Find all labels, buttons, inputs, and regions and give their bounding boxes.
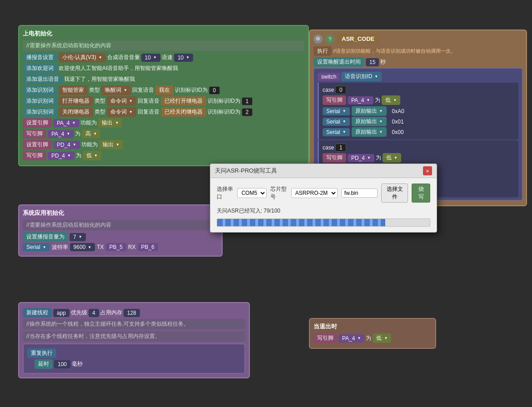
writepin2-level[interactable]: 低 [83, 151, 101, 160]
dialog-controls-row: 选择串口 COM5 芯片型号 ASRPRO-2M 选择文件 烧写 [217, 184, 430, 203]
thread-header-row: 新建线程 app 优先级 4 占用内存 128 [23, 308, 245, 318]
writepin2-label: 写引脚 [23, 151, 46, 160]
asr-header: ⚙ ? ASR_CODE [313, 34, 522, 44]
case1-writepin-level[interactable]: 低 [383, 153, 401, 163]
file-input[interactable] [341, 189, 378, 198]
case0-write-pin: 写引脚 PA_4 为 低 [323, 95, 515, 105]
case1-writepin-pin[interactable]: PD_4 [348, 154, 374, 162]
case0-serial2-output[interactable]: 原始输出 [352, 117, 387, 126]
case0-writepin-level[interactable]: 低 [382, 95, 400, 105]
case0-serial1-val: 0xA0 [388, 107, 408, 115]
switch-param[interactable]: 语音识别ID [341, 72, 382, 81]
chip-select[interactable]: ASRPRO-2M [291, 188, 338, 198]
volume-select[interactable]: 7 [70, 233, 86, 241]
thread-app: app [53, 309, 70, 317]
voice-select[interactable]: 小伦-认真(V3) [59, 53, 106, 62]
speed-val[interactable]: 10 [174, 54, 193, 62]
execute-row: 执行 //语音识别功能框，与语音识别成功时被自动调用一次。 [313, 46, 522, 56]
writepin1-level[interactable]: 高 [82, 129, 100, 139]
exit-writepin-pin[interactable]: PA_4 [338, 334, 364, 342]
gear-icon[interactable]: ⚙ [313, 35, 323, 44]
kw1-row: 添加识别词 打开继电器 类型 命令词 回复语音 已经打开继电器 识别标识ID为 … [23, 96, 304, 106]
burn-button[interactable]: 烧写 [412, 184, 430, 203]
setpin2-row: 设置引脚 PD_4 功能为 输出 [23, 140, 304, 149]
bye-label: 添加退出语音 [23, 74, 63, 84]
exit-writepin-label: 写引脚 [313, 333, 337, 343]
case0-serial3: Serial 原始输出 0x00 [323, 127, 515, 137]
power-init-title: 上电初始化 [23, 30, 304, 38]
exit-writepin-row: 写引脚 PA_4 为 低 [313, 333, 432, 343]
kw0-type[interactable]: 唤醒词 [101, 85, 131, 95]
setpin1-pin[interactable]: PA_4 [53, 119, 79, 127]
delay-val: 100 [54, 360, 70, 368]
serial-label[interactable]: Serial [23, 243, 50, 251]
setpin2-mode[interactable]: 输出 [99, 140, 123, 149]
question-icon[interactable]: ? [325, 35, 334, 44]
repeat-header: 重复执行 [27, 348, 241, 358]
case0-writepin-pin[interactable]: PA_4 [348, 96, 373, 104]
serial-config-row: Serial 波特率 9600 TX PB_5 RX PB_6 [23, 243, 218, 251]
audio-setting-label: 播报音设置 [23, 53, 57, 62]
dialog-body: 选择串口 COM5 芯片型号 ASRPRO-2M 选择文件 烧写 天问ASR已经… [210, 178, 437, 232]
setpin2-pin[interactable]: PD_4 [53, 141, 80, 149]
kw1-word: 打开继电器 [59, 96, 93, 106]
kw1-id: 1 [242, 97, 253, 105]
case0-block: case 0 写引脚 PA_4 为 低 Serial 原始输出 0xA0 Ser… [318, 83, 518, 139]
kw2-id: 2 [242, 108, 253, 116]
case0-serial2-label[interactable]: Serial [323, 118, 350, 126]
port-select[interactable]: COM5 [237, 188, 267, 198]
case0-serial3-label[interactable]: Serial [323, 128, 350, 136]
writepin1-row: 写引脚 PA_4 为 高 [23, 129, 304, 139]
kw0-id: 0 [209, 86, 220, 94]
exit-writepin-level[interactable]: 低 [373, 333, 391, 343]
thread-comment1: //操作系统的一个线程，独立主循环任务,可支持多个类似线程任务。 [23, 319, 245, 329]
kw1-label: 添加识别词 [23, 96, 57, 106]
tx-pin: PB_5 [106, 243, 126, 251]
delay-label: 延时 [35, 359, 53, 369]
app-init-group: 系统应用初始化 //需要操作系统启动后初始化的内容 设置播报音量为 7 Seri… [18, 204, 223, 257]
repeat-label: 重复执行 [27, 348, 56, 358]
kw1-type[interactable]: 命令词 [107, 96, 136, 106]
thread-comment2: //当存在多个线程任务时，注意优先级与占用内存设置。 [23, 331, 245, 342]
wake-timeout-val: 15 [366, 58, 379, 66]
progress-bar-container [217, 218, 430, 227]
case0-header: case 0 [323, 86, 515, 94]
power-init-comment: //需要操作系统启动前初始化的内容 [23, 40, 304, 51]
greet-label: 添加欢迎词 [23, 64, 57, 73]
case0-writepin-label: 写引脚 [323, 95, 346, 105]
switch-row: switch 语音识别ID [318, 72, 518, 81]
kw0-word: 智能管家 [59, 85, 88, 95]
kw2-label: 添加识别词 [23, 107, 57, 117]
case1-write-pin: 写引脚 PD_4 为 低 [323, 153, 515, 163]
kw0-label: 添加识别词 [23, 85, 57, 95]
power-init-group: 上电初始化 //需要操作系统启动前初始化的内容 播报音设置 小伦-认真(V3) … [18, 25, 309, 166]
case1-val: 1 [335, 144, 346, 152]
baud-select[interactable]: 9600 [70, 243, 95, 251]
kw2-type[interactable]: 命令词 [107, 107, 136, 117]
case0-serial1-label[interactable]: Serial [323, 107, 350, 115]
port-label: 选择串口 [217, 185, 234, 201]
burn-dialog: 天问ASR-PRO烧写工具 × 选择串口 COM5 芯片型号 ASRPRO-2M… [210, 164, 437, 233]
writepin1-label: 写引脚 [23, 129, 46, 139]
thread-mem: 128 [124, 309, 140, 317]
dialog-titlebar: 天问ASR-PRO烧写工具 × [210, 164, 437, 178]
app-init-comment: //需要操作系统启动后初始化的内容 [23, 220, 218, 230]
case0-serial3-val: 0x00 [388, 128, 408, 136]
dialog-status: 天问ASR已经写入: 79/100 [217, 207, 430, 215]
setpin1-label: 设置引脚 [23, 118, 52, 128]
case0-serial3-output[interactable]: 原始输出 [352, 127, 387, 137]
writepin2-pin[interactable]: PD_4 [48, 152, 75, 160]
dialog-close-button[interactable]: × [423, 166, 432, 175]
setpin1-mode[interactable]: 输出 [98, 118, 122, 128]
select-file-button[interactable]: 选择文件 [381, 184, 408, 203]
repeat-block: 重复执行 延时 100 毫秒 [23, 343, 245, 374]
volume-val[interactable]: 10 [141, 54, 160, 62]
greet-row: 添加欢迎词 欢迎使用人工智能AI语音助手，用智能管家唤醒我 [23, 64, 304, 73]
asr-title: ASR_CODE [337, 34, 379, 44]
dialog-title: 天问ASR-PRO烧写工具 [215, 167, 277, 175]
new-thread-label: 新建线程 [23, 308, 52, 318]
kw2-word: 关闭继电器 [59, 107, 93, 117]
execute-label: 执行 [313, 46, 332, 56]
writepin1-pin[interactable]: PA_4 [48, 130, 74, 138]
case0-serial1-output[interactable]: 原始输出 [352, 106, 387, 116]
